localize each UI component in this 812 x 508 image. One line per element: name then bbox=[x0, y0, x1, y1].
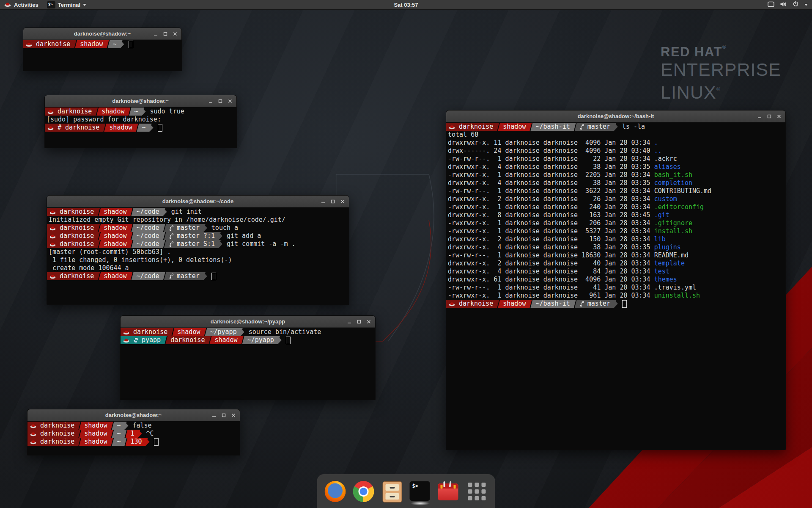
prompt-segment-gray: ~ bbox=[112, 430, 126, 438]
window-titlebar[interactable]: darknoise@shadow:~/pyapp bbox=[121, 316, 375, 328]
terminal-content[interactable]: darknoiseshadow~falsedarknoiseshadow~1^C… bbox=[27, 421, 240, 446]
terminal-app-icon: $> bbox=[47, 1, 55, 8]
file-name: plugins bbox=[654, 243, 681, 251]
file-name: .ackrc bbox=[654, 155, 677, 163]
terminal-line: -rwxrwxr-x. 1 darknoise darknoise 5327 J… bbox=[446, 227, 785, 235]
prompt-segment-red: shadow bbox=[99, 208, 132, 216]
terminal-window[interactable]: darknoise@shadow:~/bash-it darknoiseshad… bbox=[446, 110, 786, 450]
dock-firefox-icon[interactable] bbox=[325, 481, 346, 502]
maximize-button[interactable] bbox=[222, 413, 226, 417]
terminal-line: darknoiseshadow~false bbox=[27, 422, 240, 430]
terminal-line: drwxrwxr-x. 8 darknoise darknoise 163 Ja… bbox=[446, 211, 785, 219]
minimize-button[interactable] bbox=[347, 320, 351, 324]
maximize-button[interactable] bbox=[163, 32, 167, 36]
terminal-line: darknoiseshadow~130 bbox=[27, 438, 240, 446]
minimize-button[interactable] bbox=[208, 99, 213, 103]
file-name: README.md bbox=[654, 251, 689, 260]
redhat-icon bbox=[49, 241, 56, 247]
power-icon bbox=[793, 1, 799, 8]
maximize-button[interactable] bbox=[767, 114, 771, 119]
prompt-segment-red: shadow bbox=[79, 430, 113, 438]
terminal-line: total 68 bbox=[446, 131, 785, 139]
window-titlebar[interactable]: darknoise@shadow:~/code bbox=[47, 196, 349, 207]
minimize-button[interactable] bbox=[154, 32, 158, 36]
terminal-window[interactable]: darknoise@shadow:~ darknoiseshadow~sudo … bbox=[44, 95, 237, 148]
redhat-icon bbox=[49, 233, 56, 239]
redhat-icon bbox=[449, 124, 455, 130]
close-button[interactable] bbox=[367, 320, 371, 324]
prompt-segment-gray: ~/code bbox=[131, 208, 165, 216]
terminal-line: darknoiseshadow~/codemaster ?:1git add a bbox=[47, 232, 349, 240]
redhat-icon bbox=[4, 1, 11, 8]
close-button[interactable] bbox=[228, 99, 232, 103]
file-name: themes bbox=[654, 276, 677, 284]
chevron-down-icon bbox=[804, 4, 808, 6]
app-menu-button[interactable]: $> Terminal bbox=[43, 0, 91, 9]
terminal-cursor bbox=[622, 300, 627, 308]
prompt-segment-red: shadow bbox=[104, 124, 138, 132]
prompt-segment-darkred: darknoise bbox=[446, 123, 499, 131]
terminal-cursor bbox=[154, 438, 159, 446]
terminal-content[interactable]: darknoiseshadow~/bash-itmasterls -latota… bbox=[446, 122, 785, 308]
redhat-icon bbox=[47, 125, 54, 130]
prompt-arrow bbox=[614, 123, 618, 131]
dock-files-icon[interactable] bbox=[381, 481, 403, 502]
prompt-arrow bbox=[614, 300, 618, 308]
prompt-segment-gray: ~ bbox=[112, 422, 126, 430]
close-button[interactable] bbox=[340, 199, 345, 204]
window-titlebar[interactable]: darknoise@shadow:~ bbox=[23, 28, 181, 40]
prompt-segment-gray: ~/code bbox=[131, 232, 165, 240]
terminal-content[interactable]: darknoiseshadow~sudo true[sudo] password… bbox=[45, 107, 236, 132]
window-title: darknoise@shadow:~/code bbox=[162, 198, 233, 204]
redhat-icon bbox=[30, 431, 36, 436]
dock-terminal-icon[interactable]: $> bbox=[410, 481, 431, 502]
window-titlebar[interactable]: darknoise@shadow:~/bash-it bbox=[446, 110, 785, 122]
terminal-window[interactable]: darknoise@shadow:~ darknoiseshadow~false… bbox=[27, 409, 240, 456]
maximize-button[interactable] bbox=[218, 99, 222, 103]
prompt-segment-darkred: darknoise bbox=[27, 422, 80, 430]
terminal-window[interactable]: darknoise@shadow:~/code darknoiseshadow~… bbox=[47, 195, 349, 305]
system-status-area[interactable] bbox=[768, 0, 808, 9]
terminal-line: drwxrwxr-x. 61 darknoise darknoise 4096 … bbox=[446, 276, 785, 284]
terminal-cursor bbox=[286, 337, 291, 344]
prompt-segment-darkred: # darknoise bbox=[45, 124, 105, 132]
minimize-button[interactable] bbox=[321, 199, 325, 204]
close-button[interactable] bbox=[231, 413, 236, 417]
redhat-icon bbox=[449, 301, 455, 306]
maximize-button[interactable] bbox=[331, 199, 335, 204]
command-text: false bbox=[133, 422, 152, 430]
file-name: .gitignore bbox=[654, 219, 692, 227]
terminal-content[interactable]: darknoiseshadow~ bbox=[23, 40, 181, 48]
minimize-button[interactable] bbox=[757, 114, 762, 119]
window-titlebar[interactable]: darknoise@shadow:~ bbox=[27, 409, 240, 421]
terminal-cursor bbox=[129, 41, 133, 48]
maximize-button[interactable] bbox=[357, 320, 361, 324]
close-button[interactable] bbox=[777, 114, 781, 119]
activities-button[interactable]: Activities bbox=[0, 0, 43, 9]
prompt-segment-darkred: darknoise bbox=[47, 232, 100, 240]
file-name: .editorconfig bbox=[654, 203, 704, 211]
terminal-window[interactable]: darknoise@shadow:~ darknoiseshadow~ bbox=[23, 28, 182, 71]
prompt-segment-gray: ~/code bbox=[131, 272, 165, 280]
terminal-cursor bbox=[211, 273, 216, 280]
prompt-segment-gray: ~ bbox=[129, 108, 144, 116]
prompt-arrow bbox=[150, 124, 154, 132]
dock-app-grid-icon[interactable] bbox=[466, 481, 488, 502]
terminal-line: -rw-rw-r--. 1 darknoise darknoise 18630 … bbox=[446, 251, 785, 260]
terminal-window[interactable]: darknoise@shadow:~/pyapp darknoiseshadow… bbox=[120, 315, 376, 400]
prompt-arrow bbox=[163, 208, 167, 216]
dock-toolbox-icon[interactable] bbox=[438, 481, 459, 502]
terminal-content[interactable]: darknoiseshadow~/pyappsource bin/activat… bbox=[121, 328, 375, 344]
terminal-line: Initialized empty Git repository in /hom… bbox=[47, 216, 349, 224]
file-name: bash_it.sh bbox=[654, 171, 692, 179]
minimize-button[interactable] bbox=[212, 413, 216, 417]
terminal-line: drwxrwxr-x. 2 darknoise darknoise 26 Jan… bbox=[446, 195, 785, 203]
rhel-wallpaper-logo: RED HAT® ENTERPRISE LINUX® bbox=[661, 44, 781, 102]
clock[interactable]: Sat 03:57 bbox=[394, 2, 418, 8]
prompt-segment-red: shadow bbox=[75, 40, 109, 48]
window-titlebar[interactable]: darknoise@shadow:~ bbox=[45, 95, 236, 107]
prompt-segment-red: shadow bbox=[498, 300, 532, 308]
terminal-content[interactable]: darknoiseshadow~/codegit initInitialized… bbox=[47, 207, 349, 280]
close-button[interactable] bbox=[173, 32, 177, 36]
dock-chrome-icon[interactable] bbox=[353, 481, 374, 502]
